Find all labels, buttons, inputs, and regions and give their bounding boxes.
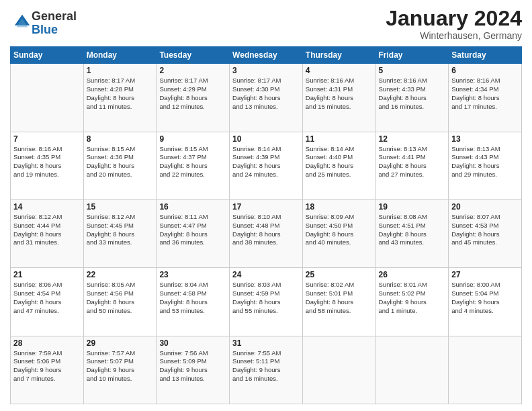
day-info: Sunrise: 8:15 AMSunset: 4:37 PMDaylight:…: [159, 145, 226, 179]
table-row: 7Sunrise: 8:16 AMSunset: 4:35 PMDaylight…: [11, 132, 84, 199]
day-info: Sunrise: 8:16 AMSunset: 4:34 PMDaylight:…: [451, 77, 519, 111]
day-number: 2: [159, 66, 226, 75]
day-info: Sunrise: 8:16 AMSunset: 4:31 PMDaylight:…: [306, 77, 373, 111]
table-row: 15Sunrise: 8:12 AMSunset: 4:45 PMDayligh…: [83, 199, 157, 267]
day-number: 6: [451, 66, 519, 75]
header: General Blue January 2024 Winterhausen, …: [10, 7, 522, 41]
header-thursday: Thursday: [302, 47, 375, 64]
calendar-week-row: 14Sunrise: 8:12 AMSunset: 4:44 PMDayligh…: [11, 199, 522, 267]
day-info: Sunrise: 8:03 AMSunset: 4:59 PMDaylight:…: [232, 281, 300, 315]
day-number: 26: [379, 270, 446, 279]
table-row: [375, 336, 449, 404]
day-number: 10: [232, 134, 300, 144]
day-info: Sunrise: 8:15 AMSunset: 4:36 PMDaylight:…: [87, 145, 154, 179]
day-number: 22: [87, 270, 154, 279]
day-number: 13: [451, 134, 519, 144]
calendar-week-row: 21Sunrise: 8:06 AMSunset: 4:54 PMDayligh…: [11, 268, 522, 336]
table-row: 6Sunrise: 8:16 AMSunset: 4:34 PMDaylight…: [449, 64, 522, 132]
day-info: Sunrise: 8:14 AMSunset: 4:39 PMDaylight:…: [232, 145, 300, 179]
table-row: 22Sunrise: 8:05 AMSunset: 4:56 PMDayligh…: [83, 268, 157, 336]
day-number: 29: [87, 338, 154, 348]
table-row: 26Sunrise: 8:01 AMSunset: 5:02 PMDayligh…: [375, 268, 449, 336]
day-info: Sunrise: 8:04 AMSunset: 4:58 PMDaylight:…: [159, 281, 226, 315]
day-number: 20: [451, 202, 519, 212]
table-row: 3Sunrise: 8:17 AMSunset: 4:30 PMDaylight…: [230, 64, 303, 132]
calendar-week-row: 7Sunrise: 8:16 AMSunset: 4:35 PMDaylight…: [11, 132, 522, 199]
day-info: Sunrise: 8:10 AMSunset: 4:48 PMDaylight:…: [232, 213, 300, 247]
day-number: 9: [159, 134, 226, 144]
day-number: 8: [87, 134, 154, 144]
day-info: Sunrise: 8:07 AMSunset: 4:53 PMDaylight:…: [451, 213, 519, 247]
day-info: Sunrise: 7:55 AMSunset: 5:11 PMDaylight:…: [232, 349, 300, 383]
day-number: 7: [13, 134, 81, 144]
day-number: 15: [87, 202, 154, 212]
page: General Blue January 2024 Winterhausen, …: [0, 0, 532, 411]
day-number: 3: [232, 66, 300, 75]
day-number: 19: [379, 202, 446, 212]
table-row: 13Sunrise: 8:13 AMSunset: 4:43 PMDayligh…: [449, 132, 522, 199]
day-info: Sunrise: 8:01 AMSunset: 5:02 PMDaylight:…: [379, 281, 446, 315]
table-row: [11, 64, 84, 132]
table-row: 16Sunrise: 8:11 AMSunset: 4:47 PMDayligh…: [157, 199, 230, 267]
table-row: 20Sunrise: 8:07 AMSunset: 4:53 PMDayligh…: [449, 199, 522, 267]
table-row: 31Sunrise: 7:55 AMSunset: 5:11 PMDayligh…: [230, 336, 303, 404]
table-row: 9Sunrise: 8:15 AMSunset: 4:37 PMDaylight…: [157, 132, 230, 199]
day-number: 12: [379, 134, 446, 144]
table-row: 8Sunrise: 8:15 AMSunset: 4:36 PMDaylight…: [83, 132, 157, 199]
day-info: Sunrise: 8:17 AMSunset: 4:28 PMDaylight:…: [87, 77, 154, 111]
table-row: 23Sunrise: 8:04 AMSunset: 4:58 PMDayligh…: [157, 268, 230, 336]
table-row: [302, 336, 375, 404]
table-row: 24Sunrise: 8:03 AMSunset: 4:59 PMDayligh…: [230, 268, 303, 336]
table-row: 27Sunrise: 8:00 AMSunset: 5:04 PMDayligh…: [449, 268, 522, 336]
table-row: 21Sunrise: 8:06 AMSunset: 4:54 PMDayligh…: [11, 268, 84, 336]
day-number: 16: [159, 202, 226, 212]
day-info: Sunrise: 8:13 AMSunset: 4:41 PMDaylight:…: [379, 145, 446, 179]
header-wednesday: Wednesday: [230, 47, 303, 64]
day-info: Sunrise: 8:13 AMSunset: 4:43 PMDaylight:…: [451, 145, 519, 179]
day-info: Sunrise: 8:00 AMSunset: 5:04 PMDaylight:…: [451, 281, 519, 315]
day-number: 31: [232, 338, 300, 348]
table-row: [449, 336, 522, 404]
table-row: 30Sunrise: 7:56 AMSunset: 5:09 PMDayligh…: [157, 336, 230, 404]
calendar-table: Sunday Monday Tuesday Wednesday Thursday…: [10, 46, 522, 404]
day-info: Sunrise: 8:12 AMSunset: 4:45 PMDaylight:…: [87, 213, 154, 247]
month-title: January 2024: [386, 7, 522, 30]
title-block: January 2024 Winterhausen, Germany: [386, 7, 522, 41]
day-number: 11: [306, 134, 373, 144]
table-row: 12Sunrise: 8:13 AMSunset: 4:41 PMDayligh…: [375, 132, 449, 199]
day-number: 5: [379, 66, 446, 75]
header-tuesday: Tuesday: [157, 47, 230, 64]
table-row: 2Sunrise: 8:17 AMSunset: 4:29 PMDaylight…: [157, 64, 230, 132]
day-number: 24: [232, 270, 300, 279]
day-info: Sunrise: 8:12 AMSunset: 4:44 PMDaylight:…: [13, 213, 81, 247]
day-info: Sunrise: 8:08 AMSunset: 4:51 PMDaylight:…: [379, 213, 446, 247]
day-info: Sunrise: 8:05 AMSunset: 4:56 PMDaylight:…: [87, 281, 154, 315]
calendar-week-row: 1Sunrise: 8:17 AMSunset: 4:28 PMDaylight…: [11, 64, 522, 132]
day-info: Sunrise: 8:06 AMSunset: 4:54 PMDaylight:…: [13, 281, 81, 315]
table-row: 28Sunrise: 7:59 AMSunset: 5:06 PMDayligh…: [11, 336, 84, 404]
day-number: 25: [306, 270, 373, 279]
logo-icon: [13, 13, 32, 32]
table-row: 19Sunrise: 8:08 AMSunset: 4:51 PMDayligh…: [375, 199, 449, 267]
day-number: 30: [159, 338, 226, 348]
table-row: 25Sunrise: 8:02 AMSunset: 5:01 PMDayligh…: [302, 268, 375, 336]
day-number: 17: [232, 202, 300, 212]
day-number: 14: [13, 202, 81, 212]
day-info: Sunrise: 8:16 AMSunset: 4:33 PMDaylight:…: [379, 77, 446, 111]
table-row: 10Sunrise: 8:14 AMSunset: 4:39 PMDayligh…: [230, 132, 303, 199]
day-info: Sunrise: 7:56 AMSunset: 5:09 PMDaylight:…: [159, 349, 226, 383]
table-row: 18Sunrise: 8:09 AMSunset: 4:50 PMDayligh…: [302, 199, 375, 267]
day-info: Sunrise: 8:02 AMSunset: 5:01 PMDaylight:…: [306, 281, 373, 315]
day-info: Sunrise: 8:16 AMSunset: 4:35 PMDaylight:…: [13, 145, 81, 179]
table-row: 14Sunrise: 8:12 AMSunset: 4:44 PMDayligh…: [11, 199, 84, 267]
weekday-header-row: Sunday Monday Tuesday Wednesday Thursday…: [11, 47, 522, 64]
table-row: 29Sunrise: 7:57 AMSunset: 5:07 PMDayligh…: [83, 336, 157, 404]
day-info: Sunrise: 8:09 AMSunset: 4:50 PMDaylight:…: [306, 213, 373, 247]
header-monday: Monday: [83, 47, 157, 64]
day-info: Sunrise: 8:17 AMSunset: 4:30 PMDaylight:…: [232, 77, 300, 111]
header-sunday: Sunday: [11, 47, 84, 64]
location: Winterhausen, Germany: [386, 30, 522, 41]
day-info: Sunrise: 7:59 AMSunset: 5:06 PMDaylight:…: [13, 349, 81, 383]
table-row: 1Sunrise: 8:17 AMSunset: 4:28 PMDaylight…: [83, 64, 157, 132]
logo-text: General Blue: [32, 10, 77, 37]
